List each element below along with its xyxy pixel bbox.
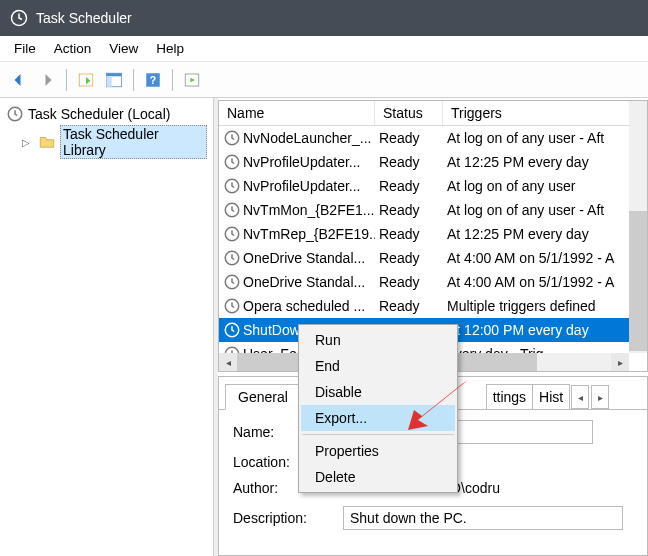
tree-pane-button[interactable] <box>101 67 127 93</box>
task-triggers: At log on of any user - Aft <box>443 130 647 146</box>
task-name: OneDrive Standal... <box>243 250 365 266</box>
column-headers: Name Status Triggers <box>219 101 647 126</box>
menu-help[interactable]: Help <box>148 39 192 58</box>
column-status[interactable]: Status <box>375 101 443 125</box>
task-triggers: At 12:00 PM every day <box>443 322 647 338</box>
tab-settings[interactable]: ttings <box>486 384 533 410</box>
task-triggers: At 12:25 PM every day <box>443 226 647 242</box>
navigation-tree: Task Scheduler (Local) ▷ Task Scheduler … <box>0 98 214 556</box>
task-row[interactable]: OneDrive Standal...ReadyAt 4:00 AM on 5/… <box>219 246 647 270</box>
svg-rect-3 <box>107 73 122 76</box>
task-row[interactable]: OneDrive Standal...ReadyAt 4:00 AM on 5/… <box>219 270 647 294</box>
tree-root[interactable]: Task Scheduler (Local) <box>4 104 209 124</box>
task-row[interactable]: NvTmMon_{B2FE1...ReadyAt log on of any u… <box>219 198 647 222</box>
tree-root-label: Task Scheduler (Local) <box>28 106 207 122</box>
task-triggers: At 4:00 AM on 5/1/1992 - A <box>443 274 647 290</box>
window-title: Task Scheduler <box>36 10 132 26</box>
tab-scroll-left-icon[interactable]: ◂ <box>571 385 589 409</box>
task-row[interactable]: NvProfileUpdater...ReadyAt 12:25 PM ever… <box>219 150 647 174</box>
caret-icon: ▷ <box>22 137 34 148</box>
task-name-cell: OneDrive Standal... <box>219 273 375 291</box>
task-status: Ready <box>375 298 443 314</box>
title-bar: Task Scheduler <box>0 0 648 36</box>
task-triggers: Multiple triggers defined <box>443 298 647 314</box>
task-name: NvTmRep_{B2FE19... <box>243 226 375 242</box>
menu-disable[interactable]: Disable <box>301 379 455 405</box>
task-name: NvProfileUpdater... <box>243 154 361 170</box>
task-name: NvProfileUpdater... <box>243 178 361 194</box>
menu-action[interactable]: Action <box>46 39 100 58</box>
action-pane-button[interactable] <box>73 67 99 93</box>
toolbar-divider-3 <box>172 69 173 91</box>
vertical-scrollbar[interactable] <box>629 101 647 353</box>
task-name: Opera scheduled ... <box>243 298 365 314</box>
task-status: Ready <box>375 178 443 194</box>
task-name: NvNodeLauncher_... <box>243 130 371 146</box>
task-name-cell: Opera scheduled ... <box>219 297 375 315</box>
task-triggers: At 4:00 AM on 5/1/1992 - A <box>443 250 647 266</box>
task-status: Ready <box>375 154 443 170</box>
task-name-cell: OneDrive Standal... <box>219 249 375 267</box>
help-button[interactable]: ? <box>140 67 166 93</box>
task-triggers: At log on of any user <box>443 178 647 194</box>
context-menu: Run End Disable Export... Properties Del… <box>298 324 458 493</box>
task-name-cell: NvNodeLauncher_... <box>219 129 375 147</box>
task-name-cell: NvProfileUpdater... <box>219 153 375 171</box>
toolbar: ? <box>0 62 648 98</box>
clock-icon <box>6 105 24 123</box>
task-row[interactable]: Opera scheduled ...ReadyMultiple trigger… <box>219 294 647 318</box>
task-name-cell: NvTmRep_{B2FE19... <box>219 225 375 243</box>
menu-separator <box>302 434 454 435</box>
scroll-left-icon[interactable]: ◂ <box>219 353 237 371</box>
menu-file[interactable]: File <box>6 39 44 58</box>
tree-library[interactable]: ▷ Task Scheduler Library <box>20 124 209 160</box>
tree-library-label: Task Scheduler Library <box>60 125 207 159</box>
folder-icon <box>38 133 56 151</box>
task-triggers: At log on of any user - Aft <box>443 202 647 218</box>
menu-properties[interactable]: Properties <box>301 438 455 464</box>
task-status: Ready <box>375 202 443 218</box>
run-pane-button[interactable] <box>179 67 205 93</box>
menu-export[interactable]: Export... <box>301 405 455 431</box>
toolbar-divider <box>66 69 67 91</box>
menu-delete[interactable]: Delete <box>301 464 455 490</box>
menu-bar: File Action View Help <box>0 36 648 62</box>
task-name-cell: NvTmMon_{B2FE1... <box>219 201 375 219</box>
back-button[interactable] <box>6 67 32 93</box>
task-triggers: At 12:25 PM every day <box>443 154 647 170</box>
task-status: Ready <box>375 274 443 290</box>
clock-icon <box>10 9 28 27</box>
vertical-scrollbar-thumb[interactable] <box>629 211 647 351</box>
task-name: NvTmMon_{B2FE1... <box>243 202 375 218</box>
task-name: OneDrive Standal... <box>243 274 365 290</box>
description-field[interactable] <box>343 506 623 530</box>
forward-button[interactable] <box>34 67 60 93</box>
tab-scroll-right-icon[interactable]: ▸ <box>591 385 609 409</box>
task-status: Ready <box>375 226 443 242</box>
task-status: Ready <box>375 130 443 146</box>
menu-end[interactable]: End <box>301 353 455 379</box>
tab-history[interactable]: Hist <box>532 384 570 410</box>
task-name-cell: NvProfileUpdater... <box>219 177 375 195</box>
task-status: Ready <box>375 250 443 266</box>
column-triggers[interactable]: Triggers <box>443 101 647 125</box>
column-name[interactable]: Name <box>219 101 375 125</box>
task-row[interactable]: NvProfileUpdater...ReadyAt log on of any… <box>219 174 647 198</box>
svg-text:?: ? <box>150 73 156 85</box>
menu-run[interactable]: Run <box>301 327 455 353</box>
scroll-right-icon[interactable]: ▸ <box>611 353 629 371</box>
menu-view[interactable]: View <box>101 39 146 58</box>
task-row[interactable]: NvTmRep_{B2FE19...ReadyAt 12:25 PM every… <box>219 222 647 246</box>
toolbar-divider-2 <box>133 69 134 91</box>
svg-rect-4 <box>107 76 112 87</box>
tab-general[interactable]: General <box>225 384 301 410</box>
label-description: Description: <box>233 510 333 526</box>
task-row[interactable]: NvNodeLauncher_...ReadyAt log on of any … <box>219 126 647 150</box>
